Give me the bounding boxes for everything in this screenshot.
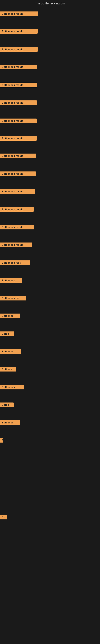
bottleneck-result-item[interactable]: Bottleneck r bbox=[0, 385, 24, 390]
bottleneck-result-item[interactable]: Bottleneck res bbox=[0, 296, 26, 300]
bottleneck-result-item[interactable]: Bottleneck result bbox=[0, 136, 37, 141]
bottleneck-result-item[interactable]: Bottleneck result bbox=[0, 12, 38, 16]
bottleneck-result-item[interactable]: Bottleneck result bbox=[0, 242, 32, 247]
bottleneck-result-item[interactable]: Bottleneck result bbox=[0, 100, 37, 105]
bottleneck-result-item[interactable]: Bottleneck result bbox=[0, 154, 36, 158]
bottleneck-result-item[interactable]: Bottleneck result bbox=[0, 189, 35, 194]
bottleneck-result-item[interactable]: Bottleneck result bbox=[0, 29, 38, 34]
site-title: TheBottlenecker.com bbox=[0, 0, 100, 7]
bottleneck-result-item[interactable]: Bottleneck result bbox=[0, 207, 34, 212]
bottleneck-result-item[interactable]: Bottleneck resu bbox=[0, 260, 30, 265]
bottleneck-result-item[interactable]: Bottleneck result bbox=[0, 83, 37, 87]
bottleneck-result-item[interactable]: Bottleneck result bbox=[0, 225, 34, 230]
bottleneck-result-item[interactable]: Bottleneck result bbox=[0, 118, 37, 123]
bottleneck-result-item[interactable]: Bottleneck bbox=[0, 278, 22, 283]
bottleneck-result-item[interactable]: Bottle bbox=[0, 332, 14, 336]
bottleneck-result-item[interactable]: Bottlene bbox=[0, 367, 16, 372]
bottleneck-result-item[interactable]: Bottlenec bbox=[0, 420, 20, 425]
bottleneck-result-item[interactable]: Bottleneck result bbox=[0, 47, 38, 52]
bottleneck-result-item[interactable]: Bo bbox=[0, 515, 7, 520]
bottleneck-result-item[interactable]: Bottle bbox=[0, 402, 14, 407]
bottleneck-result-item[interactable]: B bbox=[0, 438, 3, 442]
bottleneck-result-item[interactable]: Bottlenec bbox=[0, 314, 20, 318]
bottleneck-result-item[interactable]: Bottlenec bbox=[0, 349, 21, 354]
bottleneck-result-item[interactable]: Bottleneck result bbox=[0, 64, 37, 69]
bottleneck-result-item[interactable]: Bottleneck result bbox=[0, 172, 36, 176]
